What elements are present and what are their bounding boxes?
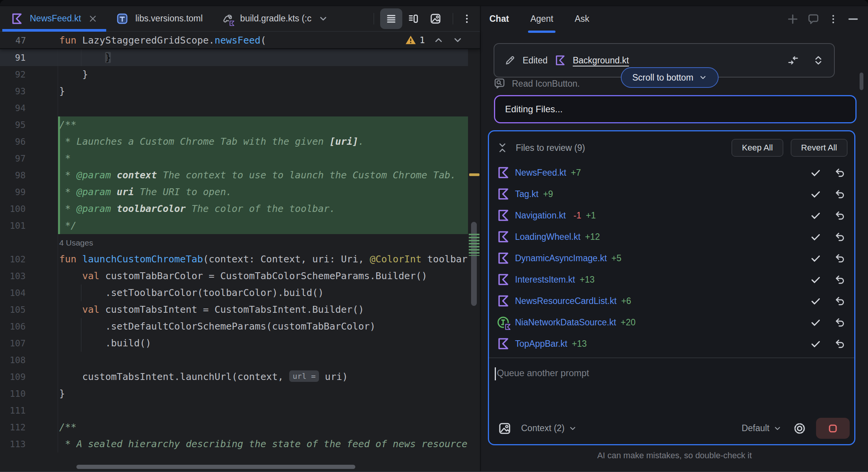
context-selector[interactable]: Context (2) <box>521 423 565 433</box>
gradle-file-icon <box>221 13 233 25</box>
chat-scrollbar-thumb[interactable] <box>860 73 863 90</box>
file-type-icon <box>497 230 510 243</box>
line-code: fun launchCustomChromeTab(context: Conte… <box>58 251 468 268</box>
close-tab-icon[interactable] <box>88 14 98 24</box>
code-lines[interactable]: 91 } 92 } 93 } 94 95 /** 96 * Launches a… <box>0 49 468 453</box>
stripe-warning-mark[interactable] <box>469 173 479 176</box>
chevron-down-icon[interactable] <box>773 424 782 433</box>
ai-chat-panel: Chat Agent Ask Edited Background.kt <box>481 6 868 472</box>
line-number: 108 <box>0 352 58 369</box>
file-name-link[interactable]: LoadingWheel.kt <box>515 232 580 242</box>
tab-libs-versions-toml[interactable]: libs.versions.toml <box>107 6 212 31</box>
more-vertical-icon[interactable] <box>828 13 839 26</box>
code-line: 94 <box>0 100 468 116</box>
hide-window-icon[interactable] <box>847 13 860 26</box>
stop-button[interactable] <box>816 418 850 439</box>
revert-all-button[interactable]: Revert All <box>791 139 847 157</box>
check-icon[interactable] <box>810 338 821 349</box>
file-review-row[interactable]: LoadingWheel.kt +12 <box>489 226 854 247</box>
line-number: 99 <box>0 184 58 200</box>
undo-icon[interactable] <box>834 252 846 264</box>
undo-icon[interactable] <box>834 167 846 178</box>
chevron-down-icon[interactable] <box>568 424 577 433</box>
tab-chat[interactable]: Chat <box>489 6 509 32</box>
undo-icon[interactable] <box>834 188 846 200</box>
file-review-row[interactable]: Navigation.kt -1 +1 <box>489 205 854 226</box>
comment-icon[interactable] <box>807 13 820 26</box>
warning-badge[interactable]: 1 <box>405 34 425 46</box>
image-attach-icon[interactable] <box>498 422 511 435</box>
tab-newsfeed-kt[interactable]: NewsFeed.kt <box>2 6 107 31</box>
tab-ask[interactable]: Ask <box>575 6 589 32</box>
undo-icon[interactable] <box>834 210 846 221</box>
file-name-link[interactable]: Navigation.kt <box>515 210 566 221</box>
undo-icon[interactable] <box>834 338 846 349</box>
undo-icon[interactable] <box>834 295 846 307</box>
code-line: 95 /** <box>0 116 468 133</box>
split-editor-icon[interactable] <box>402 8 424 29</box>
next-change-icon[interactable] <box>452 35 463 45</box>
undo-icon[interactable] <box>834 317 846 328</box>
check-icon[interactable] <box>810 188 821 200</box>
line-number: 91 <box>0 49 58 66</box>
status-text: Editing Files... <box>505 104 563 115</box>
file-review-row[interactable]: Tag.kt +9 <box>489 183 854 205</box>
code-line: 105 val customTabsIntent = CustomTabsInt… <box>0 301 468 318</box>
check-icon[interactable] <box>810 295 821 307</box>
check-icon[interactable] <box>810 317 821 328</box>
file-type-icon <box>497 209 510 222</box>
expand-icon[interactable] <box>813 55 824 66</box>
added-lines-count: +5 <box>611 253 621 263</box>
file-name-link[interactable]: DynamicAsyncImage.kt <box>515 253 607 263</box>
more-vertical-icon[interactable] <box>459 8 474 29</box>
file-name-link[interactable]: InterestsItem.kt <box>515 275 575 285</box>
prev-change-icon[interactable] <box>433 35 444 45</box>
file-name-link[interactable]: NiaNetworkDataSource.kt <box>515 317 616 328</box>
settings-gear-icon[interactable] <box>792 421 807 436</box>
check-icon[interactable] <box>810 167 821 178</box>
editor-list-icon[interactable] <box>380 8 402 29</box>
added-lines-count: +6 <box>621 296 631 306</box>
file-review-row[interactable]: NiaNetworkDataSource.kt +20 <box>489 312 854 333</box>
chat-body: Edited Background.kt Read IconButton. Sc… <box>481 32 868 472</box>
edited-file-link[interactable]: Background.kt <box>573 55 629 66</box>
code-line: 103 val customTabBarColor = CustomTabCol… <box>0 268 468 284</box>
chevron-down-icon[interactable] <box>318 14 328 24</box>
file-review-row[interactable]: NewsFeed.kt +7 <box>489 162 854 183</box>
image-preview-icon[interactable] <box>424 8 447 29</box>
line-code: val customTabsIntent = CustomTabsIntent.… <box>58 301 468 318</box>
scroll-to-bottom-button[interactable]: Scroll to bottom <box>621 67 719 88</box>
keep-all-button[interactable]: Keep All <box>732 139 783 157</box>
check-icon[interactable] <box>810 252 821 264</box>
tab-label: libs.versions.toml <box>135 13 202 24</box>
check-icon[interactable] <box>810 274 821 285</box>
prompt-input[interactable]: Queue another prompt <box>489 358 854 418</box>
tab-agent[interactable]: Agent <box>530 6 553 32</box>
file-name-link[interactable]: TopAppBar.kt <box>515 339 567 349</box>
line-code: */ <box>58 217 468 234</box>
line-code: val customTabBarColor = CustomTabColorSc… <box>58 268 468 284</box>
file-review-row[interactable]: TopAppBar.kt +13 <box>489 333 854 354</box>
add-icon[interactable] <box>786 13 799 26</box>
check-icon[interactable] <box>810 210 821 221</box>
diff-arrows-icon[interactable] <box>787 55 799 66</box>
code-line: 100 * @param toolbarColor The color of t… <box>0 200 468 217</box>
undo-icon[interactable] <box>834 231 846 242</box>
file-name-link[interactable]: NewsResourceCardList.kt <box>515 296 617 306</box>
model-selector[interactable]: Default <box>742 423 769 433</box>
collapse-icon[interactable] <box>497 142 508 154</box>
horizontal-scrollbar-thumb[interactable] <box>76 465 355 469</box>
sticky-context-line[interactable]: 47 fun LazyStaggeredGridScope.newsFeed( … <box>0 32 480 49</box>
tab-build-gradle-kts[interactable]: build.gradle.kts (:c <box>212 6 338 31</box>
code-line: 104 .setToolbarColor(toolbarColor).build… <box>0 284 468 301</box>
file-name-link[interactable]: Tag.kt <box>515 189 538 199</box>
file-name-link[interactable]: NewsFeed.kt <box>515 168 566 178</box>
added-lines-count: +13 <box>580 275 594 285</box>
line-number: 96 <box>0 133 58 150</box>
check-icon[interactable] <box>810 231 821 242</box>
file-review-row[interactable]: DynamicAsyncImage.kt +5 <box>489 247 854 269</box>
file-review-row[interactable]: InterestsItem.kt +13 <box>489 269 854 290</box>
file-review-row[interactable]: NewsResourceCardList.kt +6 <box>489 290 854 312</box>
code-line: 99 * @param uri The URI to open. <box>0 184 468 200</box>
undo-icon[interactable] <box>834 274 846 285</box>
